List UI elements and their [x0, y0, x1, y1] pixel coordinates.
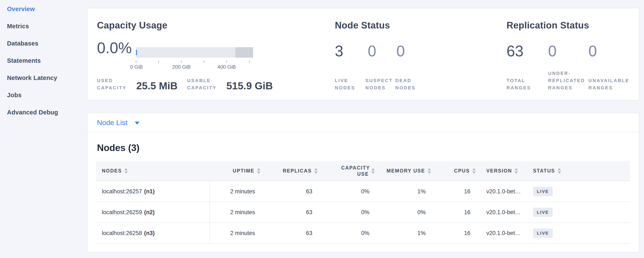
uptime-cell: 2 minutes	[210, 181, 260, 202]
status-badge: LIVE	[533, 228, 553, 238]
usable-capacity-value: 515.9 GiB	[226, 81, 273, 91]
replication-status-title: Replication Status	[506, 20, 589, 31]
node-id: (n1)	[144, 188, 155, 195]
capacity-used-percent: 0.0%	[97, 40, 132, 56]
usable-capacity-label: USABLE CAPACITY	[187, 77, 218, 91]
cpus-cell: 16	[431, 223, 476, 243]
capacity-use-cell: 0%	[318, 223, 375, 243]
suspect-nodes-label: SUSPECT NODES	[366, 77, 396, 91]
nodes-table-header: NODES UPTIME REPLICAS CAPACITY USE MEMOR…	[96, 161, 630, 181]
replicas-cell: 63	[260, 223, 318, 243]
used-capacity-label: USED CAPACITY	[97, 77, 136, 91]
version-cell: v20.1.0-bet…	[476, 223, 529, 243]
replication-status-section: Replication Status 63 0 0 TOTAL RANGES U…	[506, 8, 636, 100]
cluster-summary-card: Capacity Usage 0.0% 0 GiB 200 GiB 400 Gi…	[87, 8, 639, 100]
sidebar-item-advanced-debug[interactable]: Advanced Debug	[0, 104, 87, 121]
live-nodes-label: LIVE NODES	[335, 77, 358, 91]
capacity-metrics-row: USED CAPACITY 25.5 MiB USABLE CAPACITY 5…	[97, 77, 273, 91]
memory-use-cell: 1%	[375, 223, 431, 243]
version-cell: v20.1.0-bet…	[476, 202, 529, 222]
dead-nodes-label: DEAD NODES	[395, 77, 419, 91]
node-address-cell[interactable]: localhost:26258 (n3)	[96, 223, 210, 243]
sort-icon	[257, 168, 260, 174]
sidebar-item-metrics[interactable]: Metrics	[0, 18, 87, 35]
axis-label-0gib: 0 GiB	[130, 64, 143, 70]
column-header-status[interactable]: STATUS	[529, 161, 630, 181]
sort-icon	[428, 168, 431, 174]
axis-label-400gib: 400 GiB	[218, 64, 236, 70]
status-badge: LIVE	[533, 187, 553, 196]
table-row[interactable]: localhost:26259 (n2) 2 minutes 63 0% 0% …	[96, 202, 630, 223]
chevron-down-icon	[135, 122, 140, 124]
sort-icon	[558, 168, 561, 174]
sidebar-item-statements[interactable]: Statements	[0, 52, 87, 69]
capacity-usage-section: Capacity Usage 0.0% 0 GiB 200 GiB 400 Gi…	[97, 8, 337, 100]
sidebar-item-databases[interactable]: Databases	[0, 35, 87, 52]
dead-nodes-count: 0	[396, 43, 405, 59]
column-header-version[interactable]: VERSION	[476, 161, 529, 181]
status-badge: LIVE	[533, 208, 553, 217]
node-status-title: Node Status	[335, 20, 390, 31]
cpus-cell: 16	[431, 181, 476, 202]
capacity-bar-other-segment	[235, 47, 253, 58]
nodes-table: NODES UPTIME REPLICAS CAPACITY USE MEMOR…	[96, 161, 630, 244]
sort-icon	[472, 168, 476, 174]
column-header-replicas[interactable]: REPLICAS	[260, 161, 318, 181]
capacity-axis-ticks	[136, 60, 253, 63]
capacity-usage-title: Capacity Usage	[97, 20, 168, 31]
status-cell: LIVE	[529, 181, 630, 202]
capacity-bar-used-segment	[136, 50, 137, 55]
axis-label-200gib: 200 GiB	[172, 64, 191, 70]
table-row[interactable]: localhost:26258 (n3) 2 minutes 63 0% 1% …	[96, 223, 630, 244]
node-address-cell[interactable]: localhost:26259 (n2)	[96, 202, 210, 222]
column-header-capacity-use[interactable]: CAPACITY USE	[318, 161, 375, 181]
sort-icon	[124, 168, 128, 174]
under-replicated-ranges-label: UNDER-REPLICATED RANGES	[548, 70, 590, 91]
node-list-card: Node List Nodes (3) NODES UPTIME REPLICA…	[87, 113, 639, 252]
capacity-use-cell: 0%	[318, 181, 375, 202]
total-ranges-label: TOTAL RANGES	[506, 77, 532, 91]
under-replicated-ranges-count: 0	[548, 43, 556, 59]
nodes-count-heading: Nodes (3)	[97, 143, 140, 153]
node-address-cell[interactable]: localhost:26257 (n1)	[96, 181, 210, 202]
unavailable-ranges-label: UNAVAILABLE RANGES	[588, 77, 631, 91]
sidebar: Overview Metrics Databases Statements Ne…	[0, 0, 87, 258]
replicas-cell: 63	[260, 181, 318, 202]
node-id: (n2)	[144, 209, 155, 216]
sidebar-item-jobs[interactable]: Jobs	[0, 87, 87, 104]
column-header-nodes[interactable]: NODES	[96, 161, 210, 181]
uptime-cell: 2 minutes	[210, 202, 260, 222]
node-list-header: Node List	[88, 113, 639, 132]
column-header-memory-use[interactable]: MEMORY USE	[375, 161, 431, 181]
suspect-nodes-count: 0	[368, 43, 376, 59]
memory-use-cell: 0%	[375, 202, 431, 222]
column-header-cpus[interactable]: CPUS	[431, 161, 476, 181]
sidebar-item-overview[interactable]: Overview	[0, 1, 87, 18]
sort-icon	[514, 168, 518, 174]
uptime-cell: 2 minutes	[210, 223, 260, 243]
memory-use-cell: 1%	[375, 181, 431, 202]
status-cell: LIVE	[529, 202, 630, 222]
node-list-dropdown[interactable]: Node List	[97, 118, 140, 127]
table-row[interactable]: localhost:26257 (n1) 2 minutes 63 0% 1% …	[96, 181, 630, 202]
capacity-bar-chart	[136, 47, 253, 58]
total-ranges-count: 63	[506, 43, 524, 59]
used-capacity-value: 25.5 MiB	[136, 81, 178, 91]
replicas-cell: 63	[260, 202, 318, 222]
cpus-cell: 16	[431, 202, 476, 222]
unavailable-ranges-count: 0	[588, 43, 597, 59]
sort-icon	[314, 168, 318, 174]
version-cell: v20.1.0-bet…	[476, 181, 529, 202]
sidebar-item-network-latency[interactable]: Network Latency	[0, 69, 87, 87]
column-header-uptime[interactable]: UPTIME	[210, 161, 260, 181]
status-cell: LIVE	[529, 223, 630, 243]
node-list-dropdown-label: Node List	[97, 118, 128, 127]
capacity-use-cell: 0%	[318, 202, 375, 222]
node-status-section: Node Status 3 0 0 LIVE NODES SUSPECT NOD…	[335, 8, 492, 100]
node-id: (n3)	[144, 230, 155, 236]
live-nodes-count: 3	[335, 43, 343, 59]
sort-icon	[371, 168, 375, 174]
